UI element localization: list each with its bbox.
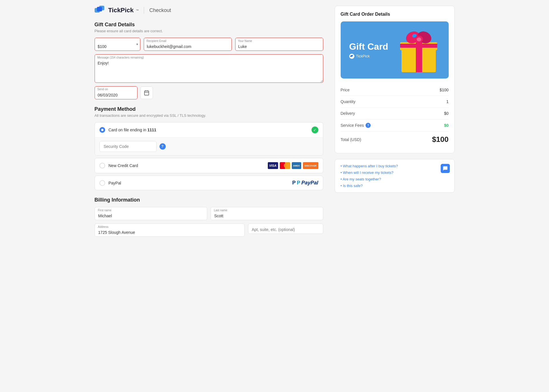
service-fees-value: $0	[444, 123, 449, 128]
quantity-label: Quantity	[341, 99, 356, 104]
faq-item-2[interactable]: • When will I receive my tickets?	[341, 170, 449, 175]
chat-icon[interactable]	[441, 164, 450, 173]
delivery-value: $0	[444, 111, 449, 116]
card-value-group: Card Value $100 $25 $50 $75 $150 $200 ▾	[95, 38, 140, 51]
first-name-label: First name	[98, 209, 111, 212]
tickpick-logo-icon	[95, 6, 106, 15]
last-name-label: Last name	[214, 209, 227, 212]
visa-logo: VISA	[268, 162, 278, 169]
card-value-select[interactable]: $100 $25 $50 $75 $150 $200	[95, 38, 140, 51]
card-on-file-header: Card on file ending in 1111 ✓	[95, 122, 323, 137]
card-on-file-label: Card on file ending in 1111	[109, 128, 308, 132]
card-value-wrapper: $100 $25 $50 $75 $150 $200 ▾	[95, 38, 140, 51]
discover-logo: DISCOVER	[303, 162, 318, 169]
paypal-header: PayPal PP PayPal	[95, 176, 323, 190]
faq-item-3[interactable]: • Are my seats together?	[341, 177, 449, 181]
price-value: $100	[440, 88, 448, 92]
address-label: Address	[98, 225, 109, 228]
new-credit-card-header: New Credit Card VISA AMEX DISCOVER	[95, 158, 323, 173]
paypal-option[interactable]: PayPal PP PayPal	[95, 176, 323, 190]
page-header: TickPick™ Checkout	[95, 6, 323, 15]
gift-card-section-subtitle: Please ensure all card details are corre…	[95, 29, 323, 33]
brand-icon	[349, 54, 354, 59]
new-credit-card-radio[interactable]	[99, 163, 105, 168]
svg-rect-3	[144, 91, 149, 95]
check-icon: ✓	[312, 126, 318, 133]
order-details-title: Gift Card Order Details	[341, 12, 449, 17]
your-name-label: Your Name	[238, 39, 252, 43]
amex-logo: AMEX	[292, 162, 301, 169]
gift-card-content: Gift Card TickPick	[341, 27, 449, 74]
svg-rect-2	[97, 7, 102, 11]
header-divider	[144, 7, 144, 14]
card-on-file-option[interactable]: Card on file ending in 1111 ✓ ?	[95, 122, 323, 156]
gift-box-svg	[397, 27, 440, 74]
last-name-field: Last name	[211, 207, 323, 220]
new-credit-card-option[interactable]: New Credit Card VISA AMEX DISCOVER	[95, 158, 323, 173]
delivery-line: Delivery $0	[341, 108, 449, 119]
total-label: Total (USD)	[341, 137, 361, 142]
first-name-field: First name	[95, 207, 207, 220]
your-name-group: Your Name	[235, 38, 323, 51]
service-fees-label: Service Fees ?	[341, 123, 371, 128]
apt-input[interactable]	[248, 224, 323, 234]
chat-bubble-icon	[443, 166, 448, 171]
address-field: Address	[95, 224, 245, 237]
svg-rect-9	[351, 55, 352, 57]
send-on-label: Send on	[97, 88, 108, 91]
billing-section: Billing Information First name Last name…	[95, 197, 323, 237]
right-column: Gift Card Order Details Gift Card TickPi…	[335, 6, 455, 237]
faq-item-1[interactable]: • What happens after I buy tickets?	[341, 164, 449, 168]
gift-card-image-title: Gift Card	[349, 41, 388, 52]
gift-card-image: Gift Card TickPick	[341, 21, 449, 79]
payment-section-subtitle: All transactions are secure and encrypte…	[95, 113, 323, 118]
logo-text: TickPick	[108, 7, 134, 14]
new-credit-card-label: New Credit Card	[109, 163, 264, 168]
security-code-help-icon[interactable]: ?	[159, 143, 166, 150]
card-logos: VISA AMEX DISCOVER	[268, 162, 318, 169]
gift-card-brand: TickPick	[349, 54, 388, 59]
apt-field	[248, 224, 323, 237]
address-input[interactable]	[95, 224, 245, 237]
quantity-value: 1	[446, 99, 449, 104]
mastercard-logo	[280, 162, 290, 169]
service-fees-help-icon[interactable]: ?	[366, 123, 371, 128]
message-label: Message (154 characters remaining)	[97, 56, 144, 59]
quantity-line: Quantity 1	[341, 96, 449, 108]
gift-card-section-title: Gift Card Details	[95, 22, 323, 28]
gift-card-form-row-1: Card Value $100 $25 $50 $75 $150 $200 ▾	[95, 38, 323, 51]
billing-name-row: First name Last name	[95, 207, 323, 220]
paypal-logo: PP PayPal	[292, 180, 318, 186]
order-details-card: Gift Card Order Details Gift Card TickPi…	[335, 6, 455, 153]
total-value: $100	[432, 135, 449, 144]
logo-tm: ™	[136, 9, 139, 12]
total-line: Total (USD) $100	[341, 132, 449, 147]
card-on-file-radio[interactable]	[99, 127, 105, 133]
billing-address-row: Address	[95, 224, 323, 237]
calendar-icon	[144, 90, 149, 96]
message-group: Message (154 characters remaining) Enjoy…	[95, 54, 323, 83]
gift-card-details-section: Gift Card Details Please ensure all card…	[95, 22, 323, 99]
faq-item-4[interactable]: • Is this safe?	[341, 184, 449, 188]
logo: TickPick™	[95, 6, 139, 15]
gift-card-form-row-2: Message (154 characters remaining) Enjoy…	[95, 54, 323, 83]
payment-section-title: Payment Method	[95, 106, 323, 112]
gift-card-text-block: Gift Card TickPick	[349, 41, 388, 59]
checkout-label: Checkout	[149, 7, 171, 13]
delivery-label: Delivery	[341, 111, 355, 116]
recipient-email-group: Recipient Email	[144, 38, 232, 51]
calendar-button[interactable]	[140, 87, 153, 99]
last-name-input[interactable]	[211, 207, 323, 220]
brand-name: TickPick	[356, 54, 370, 58]
paypal-label: PayPal	[109, 181, 289, 185]
svg-rect-13	[400, 44, 437, 48]
price-label: Price	[341, 88, 350, 92]
security-code-input[interactable]	[99, 141, 157, 152]
faq-card: • What happens after I buy tickets? • Wh…	[335, 159, 455, 193]
recipient-email-label: Recipient Email	[147, 39, 166, 43]
paypal-radio[interactable]	[99, 180, 105, 186]
payment-method-section: Payment Method All transactions are secu…	[95, 106, 323, 190]
svg-point-17	[417, 37, 421, 41]
security-code-section: ?	[95, 137, 323, 155]
security-code-input-group: ?	[99, 141, 318, 152]
